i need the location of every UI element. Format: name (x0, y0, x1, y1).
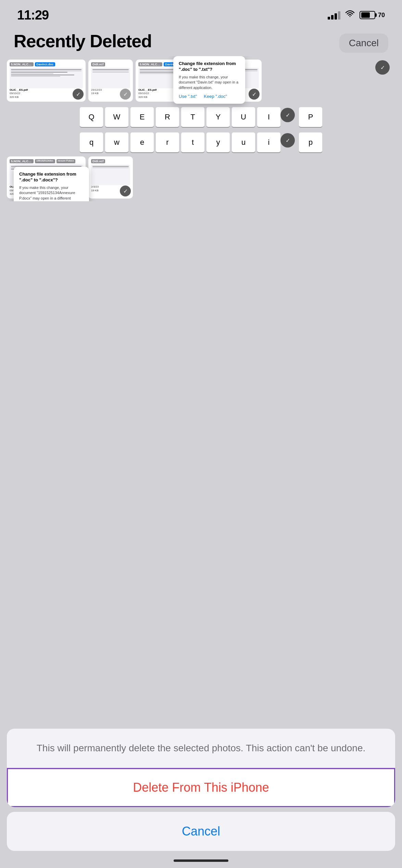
key-W[interactable]: W (105, 107, 128, 127)
key-P[interactable]: P (299, 107, 322, 127)
action-sheet: This will permanently delete the selecte… (0, 729, 402, 868)
key-e[interactable]: e (130, 132, 154, 152)
battery-percent: 70 (378, 12, 385, 19)
file-tag-6a: Didi.vcf (91, 159, 105, 163)
file-grid-row-1: 5.NON_ALCOH Davinci.doc OLIC__ES.pdf (7, 60, 395, 102)
keyboard-checkmark-1: ✓ (280, 108, 295, 122)
file-tag-5b: 1591525134An- (35, 159, 55, 163)
key-T[interactable]: T (181, 107, 204, 127)
wifi-icon (345, 10, 355, 20)
popup-title-docx: Change file extension from ".doc" to ".d… (19, 171, 84, 183)
file-card-1-header: 5.NON_ALCOH Davinci.doc (10, 62, 83, 66)
extension-popup-txt: Change file extension from ".doc" to ".t… (173, 56, 245, 104)
file-info-1: OLIC__ES.pdf 09/10/22 320 KB (10, 88, 83, 99)
key-q[interactable]: q (80, 132, 103, 152)
file-tag-3a: 5.NON_ALCOH (138, 62, 162, 66)
signal-icon (328, 11, 340, 20)
file-card-6[interactable]: Didi.vcf 2/3/23 19 KB ✓ (88, 156, 133, 199)
file-card-6-header: Didi.vcf (91, 159, 130, 163)
file-tag-5c: nexure P.docx (56, 159, 75, 163)
key-I[interactable]: I (257, 107, 280, 127)
delete-button[interactable]: Delete From This iPhone (7, 768, 395, 807)
file-grid-row-3: 5.NON_ALCOH 1591525134An- nexure P.docx … (7, 156, 395, 199)
popup-actions-txt: Use ".txt" Keep ".doc" (179, 94, 240, 99)
keyboard-checkmark-2: ✓ (280, 133, 295, 148)
status-time: 11:29 (17, 8, 49, 23)
key-r[interactable]: r (156, 132, 179, 152)
file-mini-content-1 (10, 68, 83, 88)
cancel-button-bottom[interactable]: Cancel (7, 812, 395, 851)
key-R[interactable]: R (156, 107, 179, 127)
checkmark-1: ✓ (73, 89, 84, 100)
key-t[interactable]: t (181, 132, 204, 152)
file-card-1[interactable]: 5.NON_ALCOH Davinci.doc OLIC__ES.pdf (7, 60, 86, 102)
file-card-2-header: Didi.vcf (91, 62, 130, 66)
popup-body-txt: If you make this change, your document "… (179, 75, 240, 90)
keep-doc-button-txt[interactable]: Keep ".doc" (204, 94, 227, 99)
file-card-3[interactable]: 5.NON_ALCOH Davin.txt OLIC__ES.pdf 09/10… (136, 60, 214, 102)
file-card-5-header: 5.NON_ALCOH 1591525134An- nexure P.docx (10, 159, 83, 163)
key-w[interactable]: w (105, 132, 128, 152)
popup-title-txt: Change file extension from ".doc" to ".t… (179, 61, 240, 73)
status-icons: 70 (328, 10, 385, 20)
cancel-button-top[interactable]: Cancel (339, 34, 388, 53)
popup-body-docx: If you make this change, your document "… (19, 185, 84, 201)
checkmark-4: ✓ (249, 89, 260, 100)
key-y[interactable]: y (206, 132, 230, 152)
checkmark-2: ✓ (120, 89, 131, 100)
keyboard-row-lower: q w e r t y u i ✓ p (7, 130, 395, 155)
file-grid-area: 5.NON_ALCOH Davinci.doc OLIC__ES.pdf (0, 56, 402, 201)
key-Q[interactable]: Q (80, 107, 103, 127)
status-bar: 11:29 70 (0, 0, 402, 24)
home-indicator (174, 859, 228, 862)
page-title: Recently Deleted (14, 31, 152, 51)
key-Y[interactable]: Y (206, 107, 230, 127)
file-tag-1b: Davinci.doc (35, 62, 55, 66)
alert-message: This will permanently delete the selecte… (7, 729, 395, 768)
alert-card: This will permanently delete the selecte… (7, 729, 395, 807)
key-u[interactable]: u (232, 132, 255, 152)
key-i[interactable]: i (257, 132, 280, 152)
file-card-5[interactable]: 5.NON_ALCOH 1591525134An- nexure P.docx … (7, 156, 86, 199)
file-tag-5a: 5.NON_ALCOH (10, 159, 34, 163)
use-txt-button[interactable]: Use ".txt" (179, 94, 197, 99)
keyboard-row-upper: Q W E R T Y U I ✓ P (7, 104, 395, 130)
file-grid-section: 5.NON_ALCOH Davinci.doc OLIC__ES.pdf (0, 56, 402, 201)
header: Recently Deleted Cancel (0, 24, 402, 56)
battery-icon (360, 11, 375, 19)
file-mini-content-2 (91, 68, 130, 88)
file-card-2[interactable]: Didi.vcf 23/12/23 19 KB ✓ (88, 60, 133, 102)
battery-container: 70 (360, 11, 385, 19)
key-p[interactable]: p (299, 132, 322, 152)
file-tag-2a: Didi.vcf (91, 62, 105, 66)
extension-popup-docx: Change file extension from ".doc" to ".d… (14, 167, 89, 201)
file-mini-content-6 (91, 165, 130, 185)
key-U[interactable]: U (232, 107, 255, 127)
key-E[interactable]: E (130, 107, 154, 127)
file-tag-1a: 5.NON_ALCOH (10, 62, 34, 66)
checkmark-6: ✓ (120, 186, 131, 196)
empty-space (0, 201, 402, 383)
